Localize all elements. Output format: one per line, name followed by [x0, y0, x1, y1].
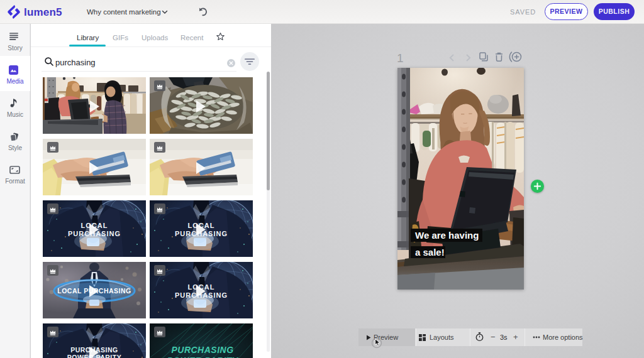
svg-text:a sale!: a sale!: [415, 247, 445, 258]
svg-text:We are having: We are having: [415, 230, 479, 241]
svg-text:POWER PARITY: POWER PARITY: [167, 355, 238, 358]
svg-text:PURCHASING: PURCHASING: [171, 345, 233, 355]
